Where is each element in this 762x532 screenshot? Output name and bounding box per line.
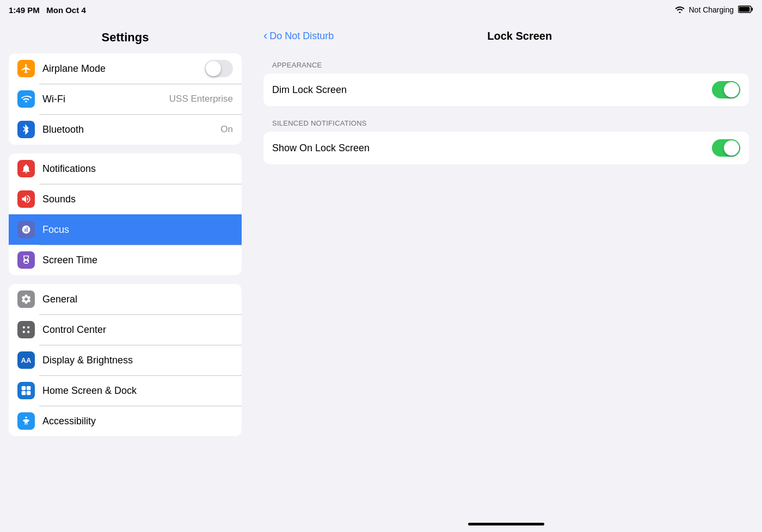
right-panel: ‹ Do Not Disturb Lock Screen APPEARANCE … <box>250 20 762 532</box>
sidebar-item-screen-time[interactable]: Screen Time <box>9 245 242 275</box>
bluetooth-label: Bluetooth <box>42 124 220 135</box>
svg-rect-10 <box>27 391 31 395</box>
dim-lock-screen-label: Dim Lock Screen <box>272 84 712 96</box>
right-content: APPEARANCE Dim Lock Screen SILENCED NOTI… <box>250 52 762 518</box>
charging-label: Not Charging <box>689 5 734 14</box>
sounds-label: Sounds <box>42 194 233 205</box>
wifi-settings-icon <box>17 90 35 108</box>
general-icon <box>17 290 35 308</box>
status-date: Mon Oct 4 <box>46 5 86 15</box>
home-screen-dock-icon <box>17 382 35 399</box>
sidebar-item-airplane-mode[interactable]: Airplane Mode <box>9 53 242 84</box>
sidebar-item-display-brightness[interactable]: AA Display & Brightness <box>9 345 242 375</box>
show-on-lock-screen-label: Show On Lock Screen <box>272 143 712 154</box>
sidebar-item-bluetooth[interactable]: Bluetooth On <box>9 114 242 145</box>
sidebar-item-home-screen-dock[interactable]: Home Screen & Dock <box>9 375 242 406</box>
show-on-lock-screen-row: Show On Lock Screen <box>263 132 749 164</box>
home-indicator <box>468 523 544 525</box>
wifi-value: USS Enterprise <box>169 94 233 104</box>
silenced-notifications-group: Show On Lock Screen <box>263 132 749 164</box>
wifi-label: Wi-Fi <box>42 94 169 105</box>
screen-time-icon <box>17 251 35 269</box>
svg-rect-1 <box>752 8 753 11</box>
back-chevron-icon: ‹ <box>263 29 267 43</box>
notifications-label: Notifications <box>42 163 233 175</box>
display-brightness-label: Display & Brightness <box>42 355 233 366</box>
appearance-group: Dim Lock Screen <box>263 73 749 106</box>
svg-rect-8 <box>27 386 31 391</box>
airplane-mode-label: Airplane Mode <box>42 63 205 75</box>
status-time: 1:49 PM <box>9 5 40 15</box>
show-on-lock-screen-toggle[interactable] <box>712 139 740 157</box>
svg-point-11 <box>25 417 27 418</box>
airplane-mode-icon <box>17 60 35 77</box>
svg-point-6 <box>27 331 29 333</box>
system-group: General Control Center AA <box>9 284 242 436</box>
right-header: ‹ Do Not Disturb Lock Screen <box>250 20 762 52</box>
notifications-group: Notifications Sounds Focus <box>9 153 242 275</box>
sidebar-item-control-center[interactable]: Control Center <box>9 314 242 345</box>
dim-lock-screen-toggle[interactable] <box>712 81 740 98</box>
sounds-icon <box>17 190 35 208</box>
svg-rect-7 <box>22 386 26 391</box>
sidebar-item-notifications[interactable]: Notifications <box>9 153 242 184</box>
svg-point-3 <box>23 326 25 329</box>
svg-point-5 <box>23 331 25 333</box>
connectivity-group: Airplane Mode Wi-Fi USS Enterprise <box>9 53 242 145</box>
home-screen-dock-label: Home Screen & Dock <box>42 385 233 397</box>
focus-label: Focus <box>42 224 233 236</box>
svg-rect-9 <box>22 391 26 395</box>
sidebar: Settings Airplane Mode <box>0 20 250 532</box>
main-layout: Settings Airplane Mode <box>0 20 762 532</box>
bluetooth-value: On <box>220 124 233 135</box>
status-bar: 1:49 PM Mon Oct 4 Not Charging <box>0 0 762 20</box>
silenced-notifications-section-header: SILENCED NOTIFICATIONS <box>263 119 749 127</box>
bluetooth-icon <box>17 121 35 138</box>
sidebar-item-wifi[interactable]: Wi-Fi USS Enterprise <box>9 84 242 114</box>
back-label: Do Not Disturb <box>269 30 334 42</box>
general-label: General <box>42 294 233 305</box>
bottom-bar <box>250 518 762 532</box>
back-button[interactable]: ‹ Do Not Disturb <box>263 29 334 43</box>
sidebar-item-accessibility[interactable]: Accessibility <box>9 406 242 436</box>
airplane-mode-toggle[interactable] <box>205 60 233 77</box>
screen-time-label: Screen Time <box>42 255 233 266</box>
dim-lock-screen-row: Dim Lock Screen <box>263 73 749 106</box>
control-center-icon <box>17 321 35 338</box>
sidebar-title: Settings <box>9 26 242 53</box>
sidebar-item-general[interactable]: General <box>9 284 242 314</box>
status-indicators: Not Charging <box>675 5 754 15</box>
status-time-date: 1:49 PM Mon Oct 4 <box>9 5 86 15</box>
svg-point-4 <box>27 326 29 329</box>
control-center-label: Control Center <box>42 324 233 336</box>
wifi-icon <box>675 5 685 15</box>
appearance-section-header: APPEARANCE <box>263 61 749 69</box>
accessibility-label: Accessibility <box>42 416 233 427</box>
sidebar-item-sounds[interactable]: Sounds <box>9 184 242 214</box>
accessibility-icon <box>17 412 35 430</box>
focus-icon <box>17 221 35 238</box>
battery-icon <box>738 5 753 15</box>
svg-rect-2 <box>739 7 750 11</box>
display-brightness-icon: AA <box>17 351 35 369</box>
right-panel-title: Lock Screen <box>334 30 749 42</box>
notifications-icon <box>17 160 35 177</box>
sidebar-item-focus[interactable]: Focus <box>9 214 242 245</box>
